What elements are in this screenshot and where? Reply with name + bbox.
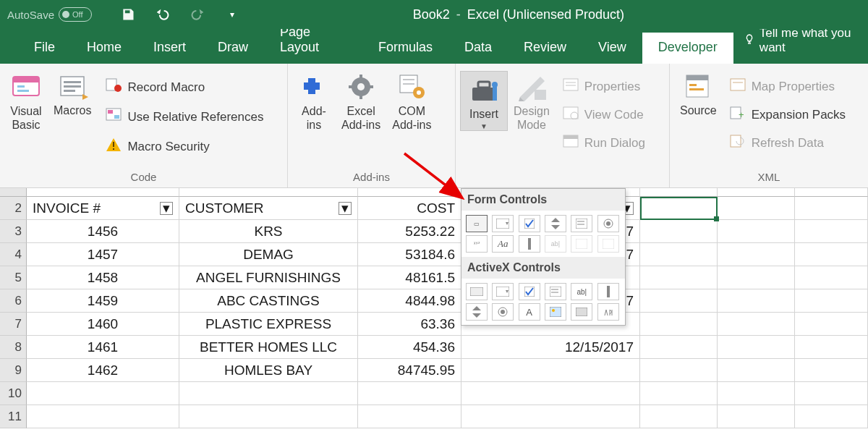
form-button-control[interactable]: ▭ <box>466 215 488 232</box>
form-label-control[interactable]: Aa <box>492 235 514 253</box>
qat-customize-icon[interactable]: ▾ <box>225 7 239 22</box>
cell[interactable]: 1459 <box>27 289 179 313</box>
cell[interactable] <box>718 313 795 336</box>
col-header-invoice[interactable]: INVOICE #▾ <box>27 197 179 220</box>
cell[interactable] <box>718 382 795 405</box>
macro-security-button[interactable]: Macro Security <box>101 135 268 158</box>
undo-icon[interactable] <box>156 7 170 22</box>
cell[interactable] <box>179 382 358 405</box>
cell[interactable] <box>640 266 718 289</box>
activex-morecontrols-control[interactable] <box>597 303 619 321</box>
row-header[interactable]: 2 <box>0 197 27 220</box>
cell[interactable] <box>795 359 868 382</box>
cell[interactable] <box>640 220 718 243</box>
cell[interactable] <box>640 359 718 382</box>
tab-draw[interactable]: Draw <box>202 33 264 64</box>
cell[interactable]: ABC CASTINGS <box>179 289 358 313</box>
cell[interactable]: ANGEL FURNISHINGS <box>179 266 358 289</box>
visual-basic-button[interactable]: Visual Basic <box>4 71 48 132</box>
cell[interactable]: KRS <box>179 220 358 243</box>
cell[interactable] <box>718 405 795 428</box>
record-macro-button[interactable]: Record Macro <box>101 75 268 99</box>
cell[interactable] <box>640 197 718 220</box>
view-code-button[interactable]: View Code <box>558 103 650 126</box>
cell[interactable]: DEMAG <box>179 243 358 266</box>
row-header[interactable]: 11 <box>0 405 27 428</box>
cell[interactable]: 63.36 <box>358 313 461 336</box>
cell[interactable] <box>795 266 868 289</box>
cell[interactable] <box>795 220 868 243</box>
row-header-partial[interactable] <box>0 188 27 197</box>
cell[interactable]: HOMLES BAY <box>179 359 358 382</box>
tab-home[interactable]: Home <box>71 33 137 64</box>
row-header[interactable]: 3 <box>0 220 27 243</box>
cell[interactable]: 48161.5 <box>358 266 461 289</box>
cell[interactable] <box>640 289 718 313</box>
form-combobox-control[interactable] <box>492 215 514 232</box>
cell[interactable] <box>795 336 868 359</box>
cell[interactable] <box>640 336 718 359</box>
cell[interactable]: PLASTIC EXPRESS <box>179 313 358 336</box>
cell[interactable]: 1462 <box>27 359 179 382</box>
tab-review[interactable]: Review <box>508 33 582 64</box>
cell[interactable]: 12/15/2017 <box>461 336 640 359</box>
form-checkbox-control[interactable] <box>519 215 540 232</box>
form-scrollbar-control[interactable] <box>519 235 540 253</box>
cell[interactable]: 5253.22 <box>358 220 461 243</box>
cell[interactable]: 4844.98 <box>358 289 461 313</box>
cell[interactable] <box>640 405 718 428</box>
cell[interactable] <box>718 359 795 382</box>
activex-listbox-control[interactable] <box>545 283 566 300</box>
addins-button[interactable]: Add- ins <box>292 71 336 132</box>
form-groupbox-control[interactable]: ᵡʸᶻ <box>466 235 488 253</box>
cell[interactable]: 1458 <box>27 266 179 289</box>
row-header[interactable]: 9 <box>0 359 27 382</box>
cell[interactable] <box>358 382 461 405</box>
macros-button[interactable]: Macros <box>48 71 97 117</box>
tab-formulas[interactable]: Formulas <box>362 33 448 64</box>
row-header[interactable]: 7 <box>0 313 27 336</box>
tab-view[interactable]: View <box>582 33 642 64</box>
cell[interactable] <box>795 382 868 405</box>
cell[interactable] <box>27 405 179 428</box>
cell[interactable] <box>640 313 718 336</box>
activex-togglebutton-control[interactable] <box>571 303 592 321</box>
cell[interactable]: 1456 <box>27 220 179 243</box>
activex-optionbutton-control[interactable] <box>492 303 514 321</box>
redo-icon[interactable] <box>190 7 205 22</box>
excel-addins-button[interactable]: Excel Add-ins <box>336 71 386 132</box>
cell[interactable] <box>461 382 640 405</box>
design-mode-button[interactable]: Design Mode <box>508 71 556 132</box>
cell[interactable] <box>795 197 868 220</box>
map-properties-button[interactable]: Map Properties <box>726 75 850 98</box>
cell[interactable]: 84745.95 <box>358 359 461 382</box>
cell[interactable] <box>795 289 868 313</box>
cell[interactable] <box>795 243 868 266</box>
save-icon[interactable] <box>121 7 135 22</box>
cell[interactable] <box>718 266 795 289</box>
cell[interactable]: 1460 <box>27 313 179 336</box>
row-header[interactable]: 5 <box>0 266 27 289</box>
cell[interactable] <box>718 336 795 359</box>
cell[interactable]: BETTER HOMES LLC <box>179 336 358 359</box>
com-addins-button[interactable]: COM Add-ins <box>386 71 437 132</box>
tab-data[interactable]: Data <box>448 33 508 64</box>
form-optionbutton-control[interactable] <box>597 215 619 232</box>
cell[interactable]: 1461 <box>27 336 179 359</box>
activex-commandbutton-control[interactable] <box>466 283 488 300</box>
cell[interactable]: 1457 <box>27 243 179 266</box>
cell[interactable] <box>27 382 179 405</box>
filter-dropdown-icon[interactable]: ▾ <box>339 202 352 215</box>
row-header[interactable]: 6 <box>0 289 27 313</box>
cell[interactable]: 53184.6 <box>358 243 461 266</box>
cell[interactable]: 454.36 <box>358 336 461 359</box>
cell[interactable] <box>718 243 795 266</box>
refresh-data-button[interactable]: Refresh Data <box>726 132 850 154</box>
row-header[interactable]: 4 <box>0 243 27 266</box>
activex-combobox-control[interactable] <box>492 283 514 300</box>
cell[interactable] <box>461 405 640 428</box>
row-header[interactable]: 10 <box>0 382 27 405</box>
form-listbox-control[interactable] <box>571 215 592 232</box>
cell[interactable] <box>718 289 795 313</box>
use-relative-references-button[interactable]: Use Relative References <box>101 105 268 129</box>
